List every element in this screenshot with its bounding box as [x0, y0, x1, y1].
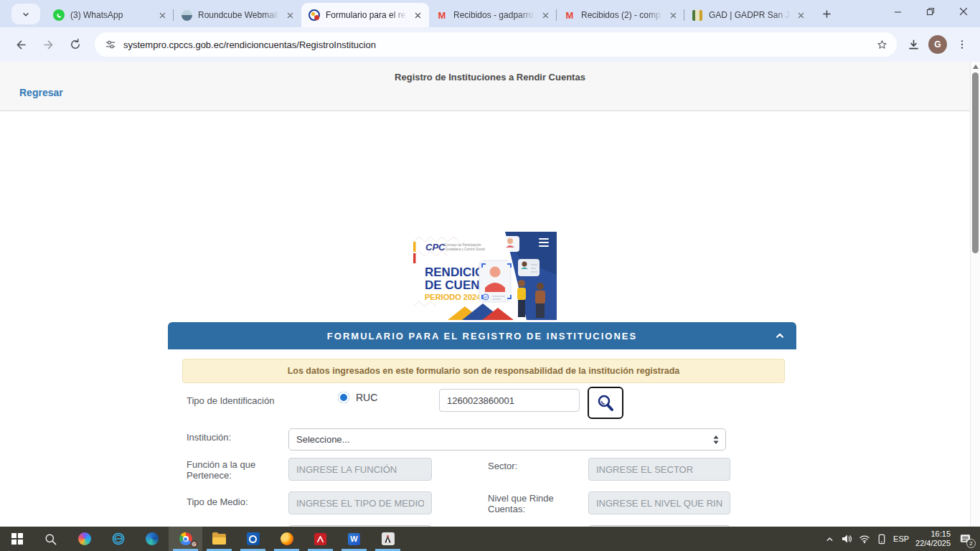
institucion-select[interactable]: Seleccione...	[288, 428, 726, 451]
gmail-icon: M	[436, 9, 448, 21]
sector-input	[588, 458, 730, 481]
ruc-input[interactable]	[439, 389, 580, 412]
ruc-radio[interactable]	[338, 392, 349, 403]
restore-button[interactable]	[914, 0, 947, 23]
profile-avatar[interactable]: G	[928, 35, 947, 54]
tab-title: Formulario para el re	[326, 10, 407, 20]
windows-logo-icon	[11, 533, 23, 545]
regresar-link[interactable]: Regresar	[19, 87, 63, 98]
tab-gmail-1[interactable]: M Recibidos - gadparro	[429, 3, 557, 27]
rendicion-cuentas-banner: CPC Consejo de Participación Ciudadana y…	[413, 232, 557, 320]
new-tab-button[interactable]	[816, 4, 837, 24]
tab-close-icon[interactable]	[795, 9, 806, 21]
reload-button[interactable]	[64, 33, 87, 56]
restore-icon	[926, 7, 935, 16]
plus-icon	[822, 9, 831, 19]
tab-search-button[interactable]	[11, 4, 40, 24]
kebab-menu-icon	[956, 39, 968, 50]
acrobat-button[interactable]	[303, 527, 337, 551]
back-icon	[14, 38, 28, 52]
taskbar-search-button[interactable]	[34, 527, 67, 551]
search-ruc-button[interactable]	[588, 387, 623, 419]
notification-center-button[interactable]: 2	[957, 531, 973, 547]
tab-formulario-active[interactable]: Formulario para el re	[301, 3, 429, 27]
word-button[interactable]: W	[337, 527, 371, 551]
close-window-button[interactable]	[947, 0, 980, 23]
firefox-icon	[281, 532, 293, 545]
tipo-medio-input	[288, 491, 432, 514]
close-icon	[959, 7, 968, 16]
outlook-icon	[247, 532, 260, 545]
chrome-button[interactable]: G	[169, 527, 202, 551]
outlook-button[interactable]	[236, 527, 270, 551]
tab-title: Roundcube Webmail	[198, 10, 280, 20]
edge-icon	[146, 532, 159, 545]
browser-menu-button[interactable]	[951, 34, 973, 55]
form-body: Los datos ingresados en este formulario …	[168, 349, 796, 551]
chevron-down-icon	[22, 10, 30, 19]
tab-roundcube[interactable]: Roundcube Webmail	[174, 3, 301, 27]
address-bar[interactable]: systempro.cpccs.gob.ec/rendicioncuentas/…	[95, 32, 897, 57]
word-icon: W	[348, 533, 360, 545]
internet-explorer-button[interactable]	[101, 527, 135, 551]
tab-gad[interactable]: GAD | GADPR San Ju	[684, 3, 812, 27]
forward-button[interactable]	[37, 33, 60, 56]
language-indicator[interactable]: ESP	[893, 534, 909, 543]
page-body: CPC Consejo de Participación Ciudadana y…	[0, 112, 980, 527]
ruc-radio-label[interactable]: RUC	[356, 392, 377, 403]
tab-gmail-2[interactable]: M Recibidos (2) - comp	[557, 3, 684, 27]
volume-icon[interactable]	[841, 533, 852, 545]
device-icon[interactable]	[877, 534, 887, 545]
scrollbar-thumb[interactable]	[972, 72, 979, 253]
scrollbar-up-arrow[interactable]	[973, 65, 979, 69]
tab-close-icon[interactable]	[156, 9, 168, 21]
tray-chevron-up-icon[interactable]	[825, 534, 834, 544]
url-text[interactable]: systempro.cpccs.gob.ec/rendicioncuentas/…	[123, 39, 871, 50]
clock[interactable]: 16:15 22/4/2025	[915, 529, 951, 548]
copilot-icon	[78, 532, 91, 545]
chrome-profile-badge: G	[190, 540, 198, 548]
file-explorer-button[interactable]	[202, 527, 236, 551]
browser-tabstrip: (3) WhatsApp Roundcube Webmail Formulari…	[0, 0, 980, 27]
time: 16:15	[915, 529, 951, 539]
svg-text:Ciudadana y Control Social: Ciudadana y Control Social	[445, 248, 485, 251]
cpc-logo-text: CPC	[425, 242, 446, 253]
copilot-button[interactable]	[67, 527, 101, 551]
tab-close-icon[interactable]	[412, 9, 423, 21]
funcion-input	[288, 458, 432, 481]
form-header[interactable]: FORMULARIO PARA EL REGISTRO DE INSTITUCI…	[168, 322, 796, 349]
gad-site-icon	[692, 9, 703, 21]
wifi-icon[interactable]	[859, 533, 870, 545]
windows-taskbar: G W ESP 16:15 22/4/2025	[0, 527, 980, 551]
tipo-medio-label: Tipo de Medio:	[187, 496, 248, 507]
tab-close-icon[interactable]	[667, 9, 679, 21]
minimize-button[interactable]	[881, 0, 914, 23]
tab-close-icon[interactable]	[540, 9, 551, 21]
back-button[interactable]	[9, 33, 32, 56]
cpccs-favicon	[308, 9, 320, 21]
page-header: Registro de Instituciones a Rendir Cuent…	[0, 62, 980, 111]
site-settings-icon[interactable]	[105, 39, 116, 50]
tab-title: (3) WhatsApp	[70, 10, 152, 20]
collapse-panel-button[interactable]	[773, 329, 786, 342]
download-icon	[907, 38, 920, 52]
downloads-button[interactable]	[903, 34, 924, 55]
bookmark-button[interactable]	[871, 34, 892, 55]
reload-icon	[69, 38, 82, 51]
sector-label: Sector:	[488, 461, 517, 471]
tab-close-icon[interactable]	[284, 9, 296, 21]
registration-form-panel: FORMULARIO PARA EL REGISTRO DE INSTITUCI…	[168, 322, 796, 551]
start-button[interactable]	[0, 527, 34, 551]
page-scrollbar[interactable]	[970, 62, 980, 527]
file-explorer-icon	[212, 534, 226, 545]
java-app-button[interactable]	[371, 527, 405, 551]
tipo-identificacion-label: Tipo de Identificación	[187, 395, 274, 406]
firefox-button[interactable]	[270, 527, 303, 551]
search-icon	[44, 532, 57, 546]
edge-button[interactable]	[135, 527, 169, 551]
nivel-input	[588, 491, 730, 514]
tab-whatsapp[interactable]: (3) WhatsApp	[46, 3, 174, 27]
whatsapp-icon	[53, 9, 65, 21]
star-icon	[876, 39, 888, 51]
date: 22/4/2025	[915, 539, 951, 548]
